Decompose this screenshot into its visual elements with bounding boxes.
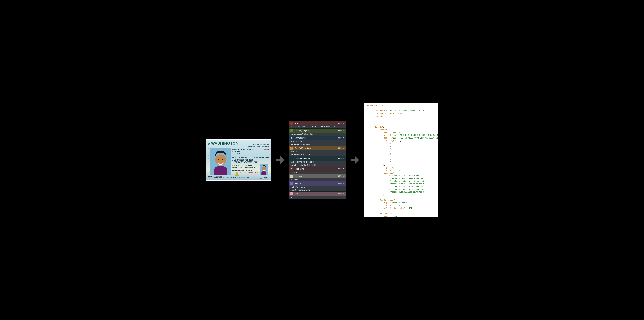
field-confidence: 99.00% — [338, 192, 344, 195]
field-name: DocumentNumber — [295, 157, 336, 160]
tree-icon — [235, 171, 239, 176]
field-tag: 1 — [290, 167, 294, 170]
iss-label: 4a ISS — [254, 157, 258, 159]
field-value: LIAM R. — [289, 171, 346, 174]
svg-point-7 — [264, 168, 265, 169]
field-name: FirstName — [295, 168, 336, 170]
lic-number: WDLABCD456DG — [238, 148, 255, 150]
field-value: TALBOT — [289, 178, 346, 181]
field-value: 123 STREET ADDRESS YOUR CITY WA 99999-12… — [289, 125, 346, 128]
rest-value: B — [240, 171, 241, 174]
field-row-lastname: 1LastName98.70% — [289, 174, 346, 178]
field-confidence: 98.70% — [338, 157, 344, 160]
dob-label: 3 DOB — [232, 157, 236, 159]
field-name: DateOfBirth — [295, 137, 336, 139]
field-row-sex: 1Sex99.00% — [289, 192, 346, 196]
field-value: valueString: WDLABCD456DG — [289, 164, 346, 167]
field-tag: 1 — [290, 129, 294, 132]
field-tag: 1 — [290, 157, 294, 160]
addr1: 123 STREET ADDRESS — [234, 159, 253, 161]
iss-value: 01/06/2015 — [259, 156, 269, 159]
field-row-documentnumber: 1DocumentNumber98.70% — [289, 156, 346, 160]
field-name: Address — [295, 122, 336, 124]
eyes-label: 18 EYES — [242, 165, 248, 166]
field-row-dateofexpiration: 1DateOfExpiration99.00% — [289, 146, 346, 150]
field-row-firstname: 1FirstName98.50% — [289, 167, 346, 171]
field-value: text: Washington — [289, 186, 346, 188]
field-value: valueDate: 2020-08-12 — [289, 153, 346, 156]
side-code: 20 1234567XX1101 — [208, 148, 209, 161]
json-output: "documentResults": [ { "docType": "prebu… — [364, 103, 438, 217]
exp-value: 08/12/2020 — [248, 171, 258, 174]
wgt-value: 165 lb — [250, 167, 255, 169]
hgt-label: 16 HGT — [232, 167, 237, 169]
field-value: text: 08/12/2020 — [289, 150, 346, 153]
wgt-label: 17 WGT — [244, 167, 250, 169]
field-row-dateofbirth: 1DateOfBirth99.00% — [289, 136, 346, 140]
field-tag: 1 — [290, 122, 294, 125]
rest-label: 12 RESTRICTIONS — [232, 170, 244, 171]
field-value: valueDate: 1958-01-06 — [289, 143, 346, 146]
svg-point-6 — [263, 168, 263, 169]
svg-point-1 — [215, 154, 226, 165]
state-title: WASHINGTON — [211, 141, 238, 146]
field-row-region: 1Region99.00% — [289, 181, 346, 186]
field-tag: 1 — [290, 182, 294, 185]
country: USA — [208, 144, 210, 146]
arrow-icon — [276, 156, 285, 164]
barcode-label: 5 — [223, 177, 224, 178]
field-name: CountryRegion — [295, 130, 336, 132]
svg-point-3 — [222, 159, 223, 160]
field-confidence: 98.50% — [338, 168, 344, 170]
field-name: DateOfExpiration — [295, 147, 336, 150]
field-confidence: 99.00% — [338, 147, 344, 149]
field-value: valueString: Washington — [289, 188, 346, 192]
first-name: LIAM R. — [234, 153, 240, 155]
sex-label: 15 SEX — [232, 165, 237, 166]
field-tag: 1 — [290, 175, 294, 178]
addr2: YOUR CITY WA 99999-1234 — [234, 161, 257, 163]
hgt-value: 5'-08" — [238, 167, 242, 169]
field-tag: 1 — [290, 192, 294, 195]
field-confidence: 96.50% — [338, 122, 344, 124]
photo-mini — [260, 164, 268, 175]
donor-badge: DONOR ❤ — [262, 149, 269, 150]
end-value: L — [251, 169, 252, 171]
svg-point-5 — [262, 167, 266, 171]
license-card: WA USA WASHINGTON DRIVER LICENSE FEDERAL… — [206, 139, 271, 181]
photo-main — [210, 148, 231, 175]
avatar-mini-icon — [260, 164, 268, 175]
barcode-value: DDWDLABCD456DG1234567XX1101 — [224, 177, 262, 178]
field-row-address: 1Address96.50% — [289, 121, 346, 125]
heart-icon: ❤ — [268, 149, 269, 150]
diagram-stage: WA USA WASHINGTON DRIVER LICENSE FEDERAL… — [0, 0, 644, 320]
field-confidence: 99.00% — [338, 182, 344, 184]
line2-label: 2 — [232, 153, 233, 155]
lic-label: 4d LIC# — [232, 149, 237, 150]
exp-label: 4b EXP — [244, 172, 248, 175]
field-name: Sex — [295, 192, 336, 195]
dob-value: 01/06/1958 — [237, 156, 248, 159]
end-label: 9a END — [246, 170, 250, 171]
field-confidence: 98.70% — [338, 175, 344, 177]
field-name: LastName — [295, 175, 336, 177]
field-name: Region — [295, 182, 336, 185]
field-value: text: LIC#WDLABCD456DG — [289, 160, 346, 164]
line1-label: 1 — [232, 151, 233, 152]
svg-point-2 — [218, 159, 219, 160]
field-confidence: 99.00% — [338, 130, 344, 132]
federal-limits: FEDERAL LIMITS APPLY — [208, 145, 269, 148]
last-name: TALBOT — [234, 150, 241, 153]
signature: John A.Sample — [208, 176, 222, 178]
addr-label: 8 — [232, 160, 233, 161]
field-row-countryregion: 1CountryRegion99.00% — [289, 128, 346, 133]
sex-value: M — [238, 164, 239, 166]
fields-panel: 1Address96.50%123 STREET ADDRESS YOUR CI… — [289, 121, 346, 199]
field-value: M — [289, 196, 346, 199]
class-label: 9 CLASS — [256, 149, 262, 150]
field-confidence: 99.00% — [338, 137, 344, 139]
field-value: text: 01/06/1958 — [289, 140, 346, 143]
field-tag: 1 — [290, 136, 294, 140]
field-tag: 1 — [290, 147, 294, 150]
eyes-value: BLU — [248, 164, 252, 166]
